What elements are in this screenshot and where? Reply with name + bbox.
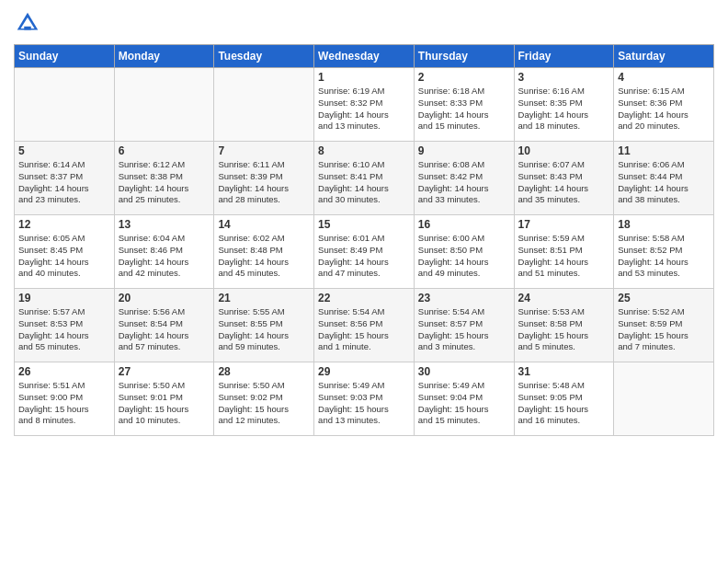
day-number: 11 <box>618 144 710 157</box>
day-number: 3 <box>518 71 610 84</box>
column-header-wednesday: Wednesday <box>314 45 415 68</box>
day-number: 19 <box>18 292 110 304</box>
calendar-cell: 14Sunrise: 6:02 AM Sunset: 8:48 PM Dayli… <box>214 215 314 289</box>
calendar-cell: 2Sunrise: 6:18 AM Sunset: 8:33 PM Daylig… <box>414 68 514 142</box>
day-number: 22 <box>318 292 410 304</box>
day-info: Sunrise: 6:10 AM Sunset: 8:41 PM Dayligh… <box>318 159 410 206</box>
calendar-cell: 23Sunrise: 5:54 AM Sunset: 8:57 PM Dayli… <box>414 289 514 362</box>
calendar-cell: 9Sunrise: 6:08 AM Sunset: 8:42 PM Daylig… <box>414 142 514 215</box>
header <box>14 9 714 37</box>
day-number: 27 <box>119 365 210 378</box>
day-info: Sunrise: 5:49 AM Sunset: 9:04 PM Dayligh… <box>418 380 510 427</box>
day-number: 30 <box>418 365 510 378</box>
calendar-cell: 13Sunrise: 6:04 AM Sunset: 8:46 PM Dayli… <box>114 215 214 289</box>
calendar-cell: 1Sunrise: 6:19 AM Sunset: 8:32 PM Daylig… <box>314 68 415 142</box>
day-info: Sunrise: 5:50 AM Sunset: 9:02 PM Dayligh… <box>218 380 310 427</box>
day-info: Sunrise: 5:53 AM Sunset: 8:58 PM Dayligh… <box>518 306 610 353</box>
day-number: 20 <box>119 292 210 304</box>
calendar-cell: 29Sunrise: 5:49 AM Sunset: 9:03 PM Dayli… <box>314 362 415 436</box>
svg-rect-2 <box>24 27 31 30</box>
day-info: Sunrise: 5:51 AM Sunset: 9:00 PM Dayligh… <box>18 380 110 427</box>
day-info: Sunrise: 5:52 AM Sunset: 8:59 PM Dayligh… <box>618 306 710 353</box>
logo-icon <box>14 9 41 37</box>
day-number: 6 <box>119 144 210 157</box>
day-info: Sunrise: 6:15 AM Sunset: 8:36 PM Dayligh… <box>618 86 710 132</box>
calendar-cell: 28Sunrise: 5:50 AM Sunset: 9:02 PM Dayli… <box>214 362 314 436</box>
day-number: 29 <box>318 365 410 378</box>
calendar-cell: 6Sunrise: 6:12 AM Sunset: 8:38 PM Daylig… <box>114 142 214 215</box>
day-number: 15 <box>318 218 410 231</box>
calendar-cell: 10Sunrise: 6:07 AM Sunset: 8:43 PM Dayli… <box>514 142 614 215</box>
day-number: 14 <box>218 218 310 231</box>
calendar: SundayMondayTuesdayWednesdayThursdayFrid… <box>14 44 714 436</box>
day-info: Sunrise: 6:01 AM Sunset: 8:49 PM Dayligh… <box>318 233 410 280</box>
calendar-cell: 5Sunrise: 6:14 AM Sunset: 8:37 PM Daylig… <box>15 142 115 215</box>
day-info: Sunrise: 6:06 AM Sunset: 8:44 PM Dayligh… <box>618 159 710 206</box>
calendar-cell: 30Sunrise: 5:49 AM Sunset: 9:04 PM Dayli… <box>414 362 514 436</box>
day-info: Sunrise: 6:16 AM Sunset: 8:35 PM Dayligh… <box>518 86 610 132</box>
calendar-cell: 27Sunrise: 5:50 AM Sunset: 9:01 PM Dayli… <box>114 362 214 436</box>
day-info: Sunrise: 6:02 AM Sunset: 8:48 PM Dayligh… <box>218 233 310 280</box>
day-number: 28 <box>218 365 310 378</box>
calendar-cell: 17Sunrise: 5:59 AM Sunset: 8:51 PM Dayli… <box>514 215 614 289</box>
calendar-cell <box>214 68 314 142</box>
calendar-cell: 20Sunrise: 5:56 AM Sunset: 8:54 PM Dayli… <box>114 289 214 362</box>
column-header-friday: Friday <box>514 45 614 68</box>
day-number: 18 <box>618 218 710 231</box>
day-info: Sunrise: 5:56 AM Sunset: 8:54 PM Dayligh… <box>119 306 210 353</box>
day-number: 12 <box>18 218 110 231</box>
calendar-cell: 12Sunrise: 6:05 AM Sunset: 8:45 PM Dayli… <box>15 215 115 289</box>
calendar-cell: 21Sunrise: 5:55 AM Sunset: 8:55 PM Dayli… <box>214 289 314 362</box>
day-info: Sunrise: 6:12 AM Sunset: 8:38 PM Dayligh… <box>119 159 210 206</box>
day-number: 8 <box>318 144 410 157</box>
day-number: 9 <box>418 144 510 157</box>
calendar-cell: 18Sunrise: 5:58 AM Sunset: 8:52 PM Dayli… <box>614 215 714 289</box>
day-number: 13 <box>119 218 210 231</box>
calendar-week-row: 12Sunrise: 6:05 AM Sunset: 8:45 PM Dayli… <box>15 215 714 289</box>
day-info: Sunrise: 5:48 AM Sunset: 9:05 PM Dayligh… <box>518 380 610 427</box>
day-number: 21 <box>218 292 310 304</box>
day-info: Sunrise: 6:00 AM Sunset: 8:50 PM Dayligh… <box>418 233 510 280</box>
day-number: 4 <box>618 71 710 84</box>
calendar-week-row: 19Sunrise: 5:57 AM Sunset: 8:53 PM Dayli… <box>15 289 714 362</box>
day-number: 2 <box>418 71 510 84</box>
column-header-saturday: Saturday <box>614 45 714 68</box>
column-header-thursday: Thursday <box>414 45 514 68</box>
day-info: Sunrise: 5:50 AM Sunset: 9:01 PM Dayligh… <box>119 380 210 427</box>
day-info: Sunrise: 5:55 AM Sunset: 8:55 PM Dayligh… <box>218 306 310 353</box>
logo <box>14 9 45 37</box>
day-number: 17 <box>518 218 610 231</box>
calendar-cell: 24Sunrise: 5:53 AM Sunset: 8:58 PM Dayli… <box>514 289 614 362</box>
calendar-cell: 8Sunrise: 6:10 AM Sunset: 8:41 PM Daylig… <box>314 142 415 215</box>
day-info: Sunrise: 5:59 AM Sunset: 8:51 PM Dayligh… <box>518 233 610 280</box>
day-info: Sunrise: 6:19 AM Sunset: 8:32 PM Dayligh… <box>318 86 410 132</box>
day-info: Sunrise: 5:57 AM Sunset: 8:53 PM Dayligh… <box>18 306 110 353</box>
calendar-cell: 11Sunrise: 6:06 AM Sunset: 8:44 PM Dayli… <box>614 142 714 215</box>
column-header-monday: Monday <box>114 45 214 68</box>
calendar-week-row: 1Sunrise: 6:19 AM Sunset: 8:32 PM Daylig… <box>15 68 714 142</box>
calendar-cell: 7Sunrise: 6:11 AM Sunset: 8:39 PM Daylig… <box>214 142 314 215</box>
calendar-week-row: 26Sunrise: 5:51 AM Sunset: 9:00 PM Dayli… <box>15 362 714 436</box>
day-info: Sunrise: 6:07 AM Sunset: 8:43 PM Dayligh… <box>518 159 610 206</box>
day-number: 31 <box>518 365 610 378</box>
day-info: Sunrise: 5:49 AM Sunset: 9:03 PM Dayligh… <box>318 380 410 427</box>
calendar-cell: 31Sunrise: 5:48 AM Sunset: 9:05 PM Dayli… <box>514 362 614 436</box>
day-info: Sunrise: 6:18 AM Sunset: 8:33 PM Dayligh… <box>418 86 510 132</box>
day-info: Sunrise: 6:05 AM Sunset: 8:45 PM Dayligh… <box>18 233 110 280</box>
day-number: 7 <box>218 144 310 157</box>
page: SundayMondayTuesdayWednesdayThursdayFrid… <box>0 0 728 563</box>
calendar-cell: 19Sunrise: 5:57 AM Sunset: 8:53 PM Dayli… <box>15 289 115 362</box>
column-header-tuesday: Tuesday <box>214 45 314 68</box>
calendar-cell: 4Sunrise: 6:15 AM Sunset: 8:36 PM Daylig… <box>614 68 714 142</box>
day-info: Sunrise: 6:04 AM Sunset: 8:46 PM Dayligh… <box>119 233 210 280</box>
calendar-cell: 16Sunrise: 6:00 AM Sunset: 8:50 PM Dayli… <box>414 215 514 289</box>
calendar-cell: 25Sunrise: 5:52 AM Sunset: 8:59 PM Dayli… <box>614 289 714 362</box>
calendar-cell: 22Sunrise: 5:54 AM Sunset: 8:56 PM Dayli… <box>314 289 415 362</box>
calendar-cell <box>15 68 115 142</box>
calendar-cell: 15Sunrise: 6:01 AM Sunset: 8:49 PM Dayli… <box>314 215 415 289</box>
day-number: 26 <box>18 365 110 378</box>
day-info: Sunrise: 6:14 AM Sunset: 8:37 PM Dayligh… <box>18 159 110 206</box>
day-number: 16 <box>418 218 510 231</box>
day-number: 10 <box>518 144 610 157</box>
day-number: 24 <box>518 292 610 304</box>
